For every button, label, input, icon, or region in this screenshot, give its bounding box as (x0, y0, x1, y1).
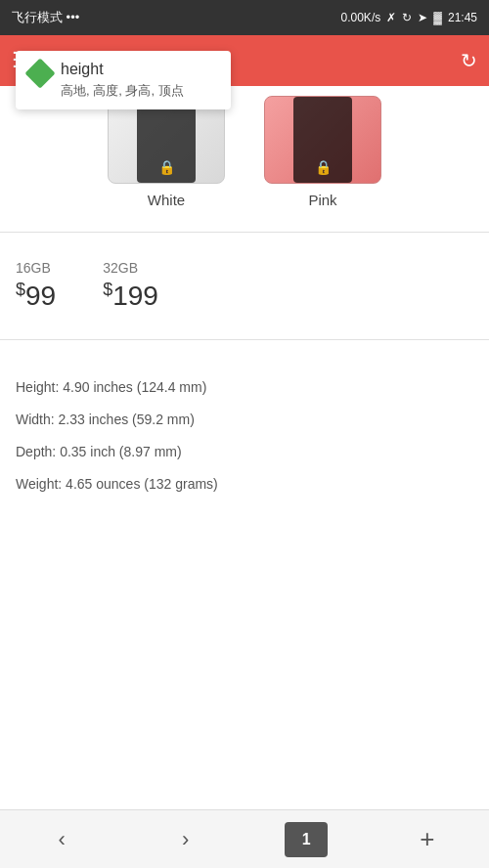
tooltip-popup: height 高地, 高度, 身高, 顶点 (16, 51, 231, 109)
device-image-pink: 🔒 (264, 96, 381, 184)
price-value-16gb: $99 (16, 280, 56, 312)
color-item-pink[interactable]: 🔒 Pink (264, 96, 381, 208)
back-button[interactable]: ‹ (37, 818, 86, 861)
add-button[interactable]: + (403, 818, 452, 861)
spec-depth: Depth: 0.35 inch (8.97 mm) (16, 442, 473, 462)
divider-1 (0, 232, 489, 233)
color-item-white[interactable]: 🔒 White (108, 96, 225, 208)
spec-weight: Weight: 4.65 ounces (132 grams) (16, 474, 473, 495)
price-value-32gb: $199 (103, 280, 158, 312)
price-item-16gb[interactable]: 16GB $99 (16, 260, 56, 312)
tooltip-translations: 高地, 高度, 身高, 顶点 (61, 82, 184, 100)
color-label-white: White (148, 192, 185, 208)
color-label-pink: Pink (308, 192, 336, 208)
lock-icon-white: 🔒 (158, 159, 175, 175)
spec-height: Height: 4.90 inches (124.4 mm) (16, 377, 473, 398)
bottom-nav: ‹ › 1 + (0, 809, 489, 868)
forward-button[interactable]: › (161, 818, 210, 861)
time-label: 21:45 (448, 11, 477, 24)
sync-icon: ↻ (402, 11, 412, 24)
arrow-icon: ➤ (418, 11, 427, 24)
status-left: 飞行模式 ••• (12, 9, 79, 26)
airplane-mode-label: 飞行模式 ••• (12, 9, 79, 26)
add-icon: + (420, 824, 434, 854)
back-icon: ‹ (59, 827, 66, 852)
tooltip-word: height (61, 61, 184, 78)
price-label-32gb: 32GB (103, 260, 158, 276)
price-amount-32gb: 199 (112, 281, 158, 311)
lock-icon-pink: 🔒 (315, 159, 332, 175)
price-item-32gb[interactable]: 32GB $199 (103, 260, 158, 312)
pricing-section: 16GB $99 32GB $199 (0, 240, 489, 331)
network-speed: 0.00K/s (341, 11, 381, 24)
divider-2 (0, 339, 489, 340)
price-label-16gb: 16GB (16, 260, 56, 276)
page-number-button[interactable]: 1 (285, 822, 328, 857)
currency-symbol-2: $ (103, 280, 112, 299)
refresh-icon[interactable]: ↻ (461, 49, 477, 72)
spec-width: Width: 2.33 inches (59.2 mm) (16, 410, 473, 430)
page-number-label: 1 (302, 831, 311, 848)
specs-section: Height: 4.90 inches (124.4 mm) Width: 2.… (0, 348, 489, 526)
price-amount-16gb: 99 (25, 281, 56, 311)
currency-symbol-1: $ (16, 280, 25, 299)
battery-icon: ▓ (433, 11, 442, 24)
signal-icon: ✗ (386, 11, 396, 24)
tooltip-content: height 高地, 高度, 身高, 顶点 (61, 61, 184, 100)
main-content: 🔒 White 🔒 Pink 16GB $99 32GB $199 (0, 86, 489, 809)
tooltip-diamond-icon (24, 58, 55, 88)
forward-icon: › (182, 827, 189, 852)
status-right: 0.00K/s ✗ ↻ ➤ ▓ 21:45 (341, 11, 477, 24)
status-bar: 飞行模式 ••• 0.00K/s ✗ ↻ ➤ ▓ 21:45 (0, 0, 489, 35)
